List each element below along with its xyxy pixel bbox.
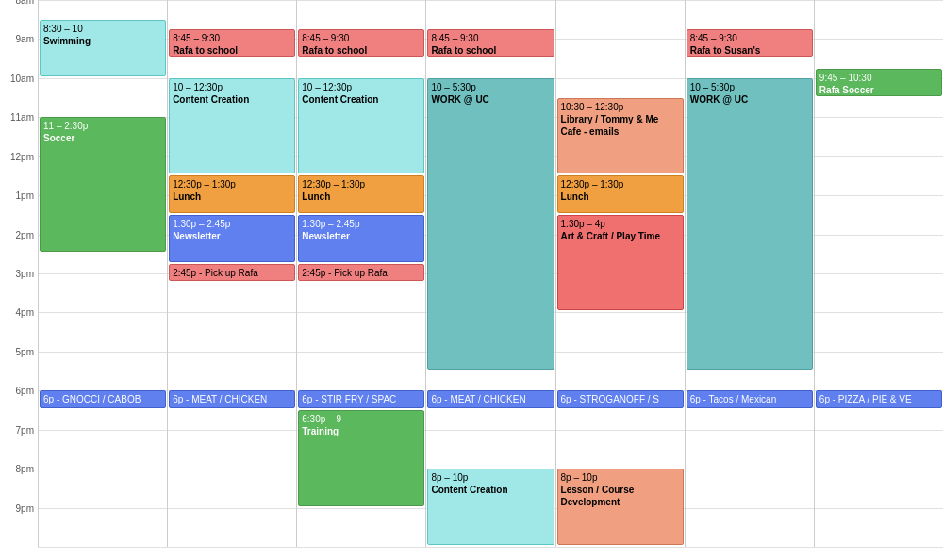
day-column-3: 8:45 – 9:30Rafa to school10 – 5:30pWORK …	[425, 0, 554, 547]
event-time: 6p - MEAT / CHICKEN	[431, 394, 525, 404]
event-title: Content Creation	[431, 485, 507, 495]
event-e19[interactable]: 6p - MEAT / CHICKEN	[427, 390, 554, 408]
event-time: 12:30p – 1:30p	[302, 179, 365, 189]
time-label-4pm: 4pm	[16, 307, 34, 318]
time-label-9pm: 9pm	[16, 502, 34, 513]
event-title: Swimming	[43, 36, 91, 46]
event-e1[interactable]: 8:30 – 10Swimming	[40, 20, 166, 76]
event-e2[interactable]: 11 – 2:30pSoccer	[40, 117, 166, 252]
event-time: 12:30p – 1:30p	[561, 179, 624, 189]
event-time: 6p - STROGANOFF / S	[561, 394, 659, 404]
day-column-6: 9:45 – 10:30Rafa Soccer6p - PIZZA / PIE …	[814, 0, 943, 547]
event-e21[interactable]: 10:30 – 12:30pLibrary / Tommy & Me Cafe …	[557, 98, 684, 174]
event-title: Art & Craft / Play Time	[561, 231, 660, 241]
event-title: Library / Tommy & Me Cafe - emails	[561, 114, 659, 137]
time-column: 8am9am10am11am12pm1pm2pm3pm4pm5pm6pm7pm8…	[0, 0, 38, 547]
event-e23[interactable]: 1:30p – 4pArt & Craft / Play Time	[557, 215, 684, 311]
calendar: 8am9am10am11am12pm1pm2pm3pm4pm5pm6pm7pm8…	[0, 0, 943, 560]
event-e17[interactable]: 8:45 – 9:30Rafa to school	[427, 29, 554, 57]
event-time: 6p - GNOCCI / CABOB	[43, 394, 141, 404]
event-time: 8:45 – 9:30	[431, 33, 478, 43]
event-e8[interactable]: 2:45p - Pick up Rafa	[169, 264, 295, 282]
time-label-6pm: 6pm	[16, 386, 34, 396]
event-e16[interactable]: 6:30p – 9Training	[298, 410, 424, 506]
hour-line-22	[38, 547, 943, 548]
event-e4[interactable]: 8:45 – 9:30Rafa to school	[169, 29, 295, 57]
event-title: Newsletter	[302, 231, 350, 241]
event-e20[interactable]: 8p – 10pContent Creation	[427, 469, 554, 545]
event-title: Rafa to school	[431, 45, 496, 56]
time-label-1pm: 1pm	[16, 190, 34, 201]
event-time: 2:45p - Pick up Rafa	[302, 268, 388, 278]
event-time: 6p - Tacos / Mexican	[690, 394, 777, 404]
event-time: 6:30p – 9	[302, 414, 341, 424]
event-e27[interactable]: 10 – 5:30pWORK @ UC	[687, 78, 813, 370]
event-time: 8:45 – 9:30	[690, 33, 737, 43]
event-time: 1:30p – 4p	[561, 219, 605, 229]
event-e13[interactable]: 1:30p – 2:45pNewsletter	[298, 215, 424, 262]
event-time: 10 – 12:30p	[302, 82, 352, 92]
day-column-2: 8:45 – 9:30Rafa to school10 – 12:30pCont…	[296, 0, 425, 547]
time-label-5pm: 5pm	[16, 346, 34, 356]
event-e3[interactable]: 6p - GNOCCI / CABOB	[40, 390, 166, 408]
event-time: 10 – 5:30p	[431, 82, 475, 92]
event-title: Rafa to Susan's	[690, 45, 761, 56]
event-title: Lunch	[173, 191, 201, 202]
event-title: Training	[302, 426, 339, 436]
time-label-12pm: 12pm	[10, 151, 34, 161]
event-time: 11 – 2:30p	[43, 121, 88, 131]
event-title: WORK @ UC	[690, 94, 748, 105]
days-container: 8:30 – 10Swimming11 – 2:30pSoccer6p - GN…	[38, 0, 943, 547]
event-time: 10 – 5:30p	[690, 82, 735, 92]
event-e7[interactable]: 1:30p – 2:45pNewsletter	[169, 215, 295, 262]
event-time: 1:30p – 2:45p	[302, 219, 359, 229]
event-title: Lunch	[302, 191, 330, 202]
time-label-10am: 10am	[10, 73, 34, 83]
event-e11[interactable]: 10 – 12:30pContent Creation	[298, 78, 424, 174]
event-e25[interactable]: 8p – 10pLesson / Course Development	[557, 469, 684, 545]
event-e22[interactable]: 12:30p – 1:30pLunch	[557, 175, 684, 212]
day-column-5: 8:45 – 9:30Rafa to Susan's10 – 5:30pWORK…	[685, 0, 814, 547]
event-e24[interactable]: 6p - STROGANOFF / S	[557, 390, 684, 408]
day-column-0: 8:30 – 10Swimming11 – 2:30pSoccer6p - GN…	[38, 0, 167, 547]
time-label-8pm: 8pm	[16, 464, 34, 474]
time-label-9am: 9am	[16, 34, 34, 44]
event-title: Soccer	[43, 133, 74, 143]
event-title: Content Creation	[173, 94, 249, 105]
time-label-3pm: 3pm	[16, 269, 34, 279]
event-e18[interactable]: 10 – 5:30pWORK @ UC	[427, 78, 554, 370]
event-time: 6p - MEAT / CHICKEN	[173, 394, 267, 404]
event-time: 1:30p – 2:45p	[173, 219, 230, 229]
event-e29[interactable]: 9:45 – 10:30Rafa Soccer	[816, 69, 942, 96]
event-title: Lunch	[561, 191, 589, 202]
event-title: WORK @ UC	[431, 94, 488, 105]
event-e6[interactable]: 12:30p – 1:30pLunch	[169, 175, 295, 212]
event-time: 8p – 10p	[561, 472, 598, 483]
event-time: 8p – 10p	[431, 472, 468, 483]
event-title: Rafa to school	[302, 45, 367, 56]
event-e14[interactable]: 2:45p - Pick up Rafa	[298, 264, 424, 282]
event-time: 10:30 – 12:30p	[561, 102, 624, 112]
event-time: 8:30 – 10	[43, 24, 83, 34]
event-e15[interactable]: 6p - STIR FRY / SPAC	[298, 390, 424, 408]
event-title: Lesson / Course Development	[561, 485, 635, 507]
event-time: 10 – 12:30p	[173, 82, 223, 92]
event-e9[interactable]: 6p - MEAT / CHICKEN	[169, 390, 295, 408]
time-label-8am: 8am	[16, 0, 34, 6]
event-e10[interactable]: 8:45 – 9:30Rafa to school	[298, 29, 424, 57]
time-label-2pm: 2pm	[16, 229, 34, 239]
event-e5[interactable]: 10 – 12:30pContent Creation	[169, 78, 295, 174]
event-time: 6p - STIR FRY / SPAC	[302, 394, 396, 404]
event-e12[interactable]: 12:30p – 1:30pLunch	[298, 175, 424, 212]
event-e26[interactable]: 8:45 – 9:30Rafa to Susan's	[687, 29, 813, 57]
event-title: Rafa to school	[173, 45, 238, 56]
event-time: 8:45 – 9:30	[173, 33, 220, 43]
event-title: Content Creation	[302, 94, 378, 105]
event-time: 2:45p - Pick up Rafa	[173, 268, 258, 278]
day-column-4: 10:30 – 12:30pLibrary / Tommy & Me Cafe …	[555, 0, 685, 547]
day-column-1: 8:45 – 9:30Rafa to school10 – 12:30pCont…	[167, 0, 296, 547]
event-time: 12:30p – 1:30p	[173, 179, 236, 189]
event-e30[interactable]: 6p - PIZZA / PIE & VE	[816, 390, 942, 408]
event-e28[interactable]: 6p - Tacos / Mexican	[687, 390, 813, 408]
event-time: 8:45 – 9:30	[302, 33, 349, 43]
